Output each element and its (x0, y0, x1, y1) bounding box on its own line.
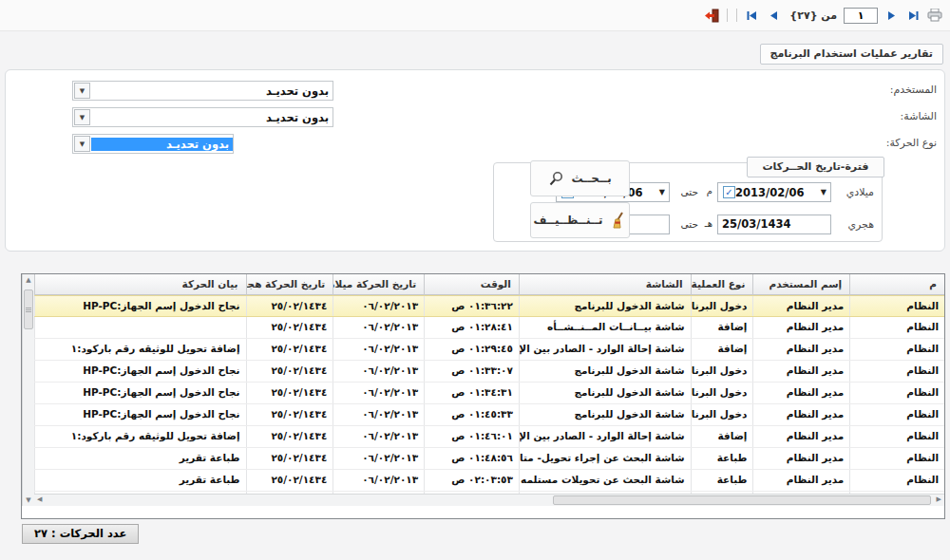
scroll-up-icon[interactable]: ▲ (23, 276, 34, 284)
grid-row[interactable]: النظاممدير النظامطباعةشاشة البحث عن إجرا… (34, 448, 944, 470)
grid-cell-date-gregorian: ٠٦/٠٢/٢٠١٣ (332, 383, 424, 403)
grid-cell-username: مدير النظام (752, 296, 849, 316)
grid-cell-time: ٠٢:٠٣:٥٣ ص (424, 470, 519, 491)
movements-grid: ▲ ▼ مإسم المستخدمنوع العمليةالشاشةالوقتت… (21, 273, 945, 519)
date-range-group-title: فترة-تاريخ الحــركات (747, 157, 884, 177)
grid-cell-username: مدير النظام (752, 361, 849, 382)
grid-cell-time: ٠١:٤٦:٠١ ص (424, 426, 519, 447)
chevron-down-icon[interactable]: ▼ (74, 83, 90, 99)
grid-cell-date-hijri: ٢٥/٠٢/١٤٣٤ (246, 404, 333, 425)
search-icon (548, 171, 564, 187)
last-page-icon (907, 10, 919, 21)
grid-cell-date-gregorian: ٠٦/٠٢/٢٠١٣ (332, 361, 424, 382)
chevron-down-icon[interactable]: ▼ (657, 188, 667, 196)
printer-icon (927, 9, 942, 22)
user-combo[interactable]: بدون تحديـد ▼ (72, 81, 333, 101)
scroll-left-icon[interactable]: ◀ (37, 495, 42, 503)
horizontal-scrollbar-thumb[interactable] (553, 495, 931, 505)
grid-cell-username: مدير النظام (752, 426, 849, 447)
grid-cell-time: ٠١:٣٤:٣١ ص (424, 383, 519, 403)
grid-cell-screen: شاشة البحث عن تحويلات مستلمه (519, 470, 691, 491)
grid-cell-screen: شاشة البحث عن إجراء تحويل- متابعة بين ال… (519, 448, 691, 469)
grid-cell-description: نجاح الدخول إسم الجهاز:HP-PC (34, 404, 246, 425)
print-button[interactable] (926, 7, 943, 24)
column-header-date-hijri[interactable]: تاريخ الحركة هجري (246, 274, 333, 295)
chevron-down-icon[interactable]: ▼ (74, 109, 90, 125)
grid-cell-time: ٠١:٢٨:٤١ ص (424, 317, 519, 338)
screen-combo[interactable]: بدون تحديـد ▼ (72, 107, 333, 127)
column-header-screen[interactable]: الشاشة (519, 274, 691, 295)
first-page-icon (747, 10, 758, 21)
app-window: { "colors": { "accent_selection": "#3399… (0, 0, 950, 560)
exit-door-icon (704, 9, 719, 23)
grid-cell-username: مدير النظام (752, 383, 849, 403)
hijri-from-input[interactable]: 25/03/1434 (717, 215, 831, 234)
user-filter-label: المستخدم: (890, 84, 937, 96)
tab-usage-reports[interactable]: تقارير عمليات استخدام البرنامج (760, 44, 943, 65)
grid-row[interactable]: النظاممدير النظامدخول البرنامجشاشة الدخو… (34, 361, 944, 383)
grid-cell-operation: طباعة (691, 448, 753, 469)
grid-cell-operation: إضافة (691, 317, 753, 338)
column-header-user-clipped[interactable]: م (849, 274, 944, 295)
grid-row[interactable]: النظاممدير النظامدخول البرنامجشاشة الدخو… (34, 383, 944, 404)
scroll-right-icon[interactable]: ▶ (937, 495, 941, 503)
column-header-date-gregorian[interactable]: تاريخ الحركة ميلادي (332, 274, 424, 295)
movement-type-combo[interactable]: بدون تحديـد ▼ (72, 134, 234, 154)
grid-row[interactable]: النظاممدير النظامدخول البرنامجشاشة الدخو… (34, 404, 944, 426)
grid-row[interactable]: النظاممدير النظامإضافةشاشة إحالة الوارد … (34, 426, 944, 448)
previous-page-button[interactable] (766, 7, 783, 24)
column-header-username[interactable]: إسم المستخدم (752, 274, 849, 295)
column-header-time[interactable]: الوقت (424, 274, 519, 295)
column-header-operation[interactable]: نوع العملية (691, 274, 753, 295)
previous-page-icon (769, 10, 780, 21)
next-page-icon (885, 10, 897, 21)
search-button-label: بــحــث (571, 172, 611, 185)
grid-cell-user-clipped: النظام (849, 448, 944, 469)
grid-row[interactable]: النظاممدير النظامإضافةشاشة بيــانــات ال… (34, 317, 944, 339)
grid-cell-user-clipped: النظام (849, 404, 944, 425)
exit-button[interactable] (703, 7, 720, 24)
clean-button-label: تــنــظــيــف (533, 214, 602, 227)
grid-cell-date-gregorian: ٠٦/٠٢/٢٠١٣ (332, 317, 424, 338)
page-number-input[interactable] (844, 8, 878, 24)
gregorian-unit-marker: م (707, 186, 712, 196)
grid-cell-operation: إضافة (691, 426, 753, 447)
grid-cell-screen: شاشة الدخول للبرنامج (519, 383, 691, 403)
gregorian-row-label: ميلادي (846, 186, 874, 198)
gregorian-from-datepicker[interactable]: ▼ 2013/02/06 ✓ (717, 182, 831, 202)
grid-cell-date-hijri: ٢٥/٠٢/١٤٣٤ (246, 361, 333, 382)
until-label: حتى (681, 186, 698, 197)
grid-cell-operation: دخول البرنامج (691, 404, 753, 425)
vertical-scrollbar-thumb[interactable] (24, 289, 33, 329)
chevron-down-icon[interactable]: ▼ (74, 136, 90, 152)
until-label: حتى (681, 218, 698, 230)
chevron-down-icon[interactable]: ▼ (819, 188, 828, 196)
grid-cell-username: مدير النظام (752, 470, 849, 491)
grid-cell-description: إضافة تحويل للوثيقه رقم باركود:١ (34, 339, 246, 360)
grid-main: مإسم المستخدمنوع العمليةالشاشةالوقتتاريخ… (34, 274, 944, 506)
last-page-button[interactable] (904, 7, 922, 24)
grid-row[interactable]: النظاممدير النظامدخول البرنامجشاشة الدخو… (34, 295, 944, 317)
next-page-button[interactable] (883, 7, 900, 24)
grid-cell-user-clipped: النظام (849, 426, 944, 447)
horizontal-scrollbar[interactable]: ◀ ▶ (34, 494, 944, 506)
grid-cell-description: إضافة تحويل للوثيقه رقم باركود:١ (34, 426, 246, 447)
first-page-button[interactable] (744, 7, 761, 24)
grid-cell-operation: إضافة (691, 339, 753, 360)
scroll-down-icon[interactable]: ▼ (23, 496, 34, 504)
page-total-label: من {٢٧} (788, 9, 839, 22)
column-header-description[interactable]: بيان الحركة (34, 274, 246, 295)
filter-panel: المستخدم: بدون تحديـد ▼ الشاشة: بدون تحد… (5, 69, 945, 252)
grid-row[interactable]: النظاممدير النظامطباعةشاشة البحث عن تحوي… (34, 470, 944, 492)
grid-cell-date-hijri: ٢٥/٠٢/١٤٣٤ (246, 470, 333, 491)
clean-button[interactable]: تــنــظــيــف (530, 202, 630, 238)
grid-cell-operation: دخول البرنامج (691, 361, 753, 382)
grid-row[interactable]: النظاممدير النظامإضافةشاشة إحالة الوارد … (34, 339, 944, 361)
gregorian-from-checkbox[interactable]: ✓ (723, 186, 735, 198)
grid-cell-screen: شاشة الدخول للبرنامج (519, 296, 691, 316)
grid-cell-user-clipped: النظام (849, 383, 944, 403)
vertical-scrollbar[interactable]: ▲ ▼ (22, 274, 34, 506)
search-button[interactable]: بــحــث (530, 160, 630, 196)
grid-cell-date-hijri: ٢٥/٠٢/١٤٣٤ (246, 339, 333, 360)
grid-cell-operation: دخول البرنامج (691, 383, 753, 403)
